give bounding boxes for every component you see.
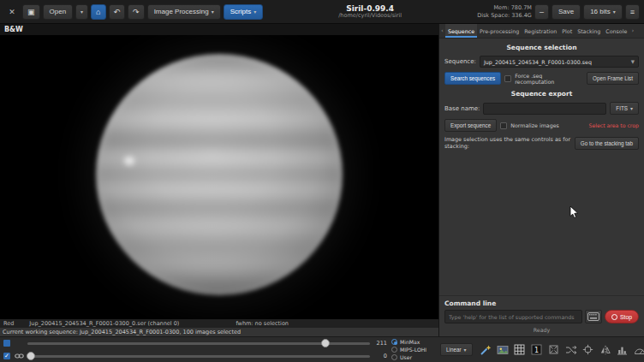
svg-text:1: 1 — [534, 347, 539, 354]
shuffle-icon[interactable] — [564, 343, 578, 357]
viewer-toolbar: 1 — [479, 343, 644, 357]
scripts-menu[interactable]: Scripts▾ — [224, 4, 263, 20]
tab-pre-processing[interactable]: Pre-processing — [477, 24, 522, 38]
resource-info: Mem: 780.7M Disk Space: 336.4G — [477, 4, 532, 20]
display-mode-radios: MinMax MIPS-LOHI User — [391, 339, 436, 361]
link-sliders-icon[interactable] — [14, 353, 24, 359]
right-panel: ‹ Sequence Pre-processing Registration P… — [438, 24, 644, 336]
bit-depth-dropdown[interactable]: 16 bits▾ — [583, 4, 623, 20]
hi-slider[interactable] — [27, 342, 370, 345]
hi-value: 211 — [373, 340, 387, 347]
tab-stacking[interactable]: Stacking — [575, 24, 603, 38]
open-recent-dropdown[interactable]: ▾ — [75, 4, 88, 20]
crosshair-icon[interactable] — [581, 343, 595, 357]
snapshot-icon[interactable]: – — [534, 4, 549, 20]
lo-checkbox[interactable] — [3, 353, 10, 359]
zoom-actual-icon[interactable]: 1 — [530, 343, 544, 357]
disk-space: Disk Space: 336.4G — [477, 12, 532, 20]
radio-user[interactable]: User — [391, 354, 436, 361]
search-sequences-button[interactable]: Search sequences — [444, 72, 501, 85]
lo-value: 0 — [373, 353, 387, 359]
tabs-scroll-left-icon[interactable]: ‹ — [439, 24, 445, 38]
crop-hint-label: Select area to crop — [588, 122, 639, 128]
keyboard-icon[interactable] — [585, 310, 602, 323]
sequence-combobox[interactable]: Jup_200415_204534_R_F0001-0300.seq ▼ — [480, 56, 639, 68]
radio-user-dot — [391, 354, 397, 360]
normalize-images-checkbox[interactable] — [500, 122, 507, 129]
image-filename: Jup_200415_204534_R_F0001-0300_0.ser (ch… — [29, 320, 179, 327]
mirror-icon[interactable] — [599, 343, 612, 357]
force-seq-recompute-checkbox[interactable] — [504, 75, 511, 82]
scale-dropdown[interactable]: Linear▾ — [440, 343, 473, 356]
radio-mips-lohi[interactable]: MIPS-LOHI — [391, 347, 436, 353]
siril-window: ✕ ▣ Open ▾ ⌂ ↶ ↷ Image Processing▾ Scrip… — [0, 0, 644, 362]
sequence-selection-title: Sequence selection — [444, 44, 639, 51]
sequence-panel: Sequence selection Sequence: Jup_200415_… — [439, 39, 644, 295]
tab-sequence[interactable]: Sequence — [445, 24, 477, 38]
command-status: Ready — [444, 326, 639, 335]
jupiter-image — [96, 54, 343, 295]
histogram-icon[interactable] — [616, 343, 629, 357]
photo-icon[interactable] — [496, 343, 510, 357]
radio-mips-lohi-dot — [391, 347, 397, 353]
lo-slider-thumb[interactable] — [27, 352, 35, 360]
stop-button[interactable]: Stop — [605, 310, 639, 323]
redo-icon[interactable]: ↷ — [128, 4, 145, 20]
image-status-bar: Red Jup_200415_204534_R_F0001-0300_0.ser… — [0, 319, 438, 328]
titlebar-left: ✕ ▣ Open ▾ ⌂ ↶ ↷ Image Processing▾ Scrip… — [4, 4, 263, 20]
tabs-scroll-right-icon[interactable]: › — [629, 24, 635, 38]
grid-icon[interactable] — [513, 343, 527, 357]
channel-mode-label: B&W — [4, 26, 23, 33]
sequence-export-title: Sequence export — [444, 90, 639, 98]
working-directory: /home/cyril/Videos/siril — [266, 13, 474, 19]
protractor-icon[interactable] — [633, 343, 644, 357]
sequence-status-bar: Current working sequence: Jup_200415_204… — [0, 328, 438, 336]
go-to-stacking-button[interactable]: Go to the stacking tab — [575, 137, 639, 150]
channel-label: Red — [3, 320, 14, 327]
window-icon[interactable]: ▣ — [22, 4, 40, 20]
hi-slider-thumb[interactable] — [321, 339, 330, 347]
normalize-images-label: Normalize images — [510, 122, 559, 128]
undo-icon[interactable]: ↶ — [109, 4, 126, 20]
image-canvas[interactable] — [0, 35, 438, 319]
hi-cursor-icon[interactable] — [3, 340, 10, 347]
command-input[interactable] — [444, 310, 582, 323]
memory-usage: Mem: 780.7M — [477, 4, 532, 12]
home-button[interactable]: ⌂ — [91, 4, 105, 20]
tab-console[interactable]: Console — [603, 24, 629, 38]
base-name-input[interactable] — [483, 103, 606, 115]
main-content: B&W Red Jup_200415_204534_R_F0001-0300_0… — [0, 24, 644, 336]
bright-spot — [124, 157, 134, 165]
viewer-column: B&W Red Jup_200415_204534_R_F0001-0300_0… — [0, 24, 438, 336]
base-name-label: Base name: — [444, 105, 480, 112]
radio-minmax[interactable]: MinMax — [391, 339, 436, 346]
open-frame-list-button[interactable]: Open Frame List — [587, 72, 639, 85]
image-processing-menu[interactable]: Image Processing▾ — [147, 4, 221, 20]
jupiter-bands — [96, 54, 343, 295]
viewer-header: B&W — [0, 24, 438, 35]
open-button[interactable]: Open — [43, 4, 74, 20]
fit-icon[interactable] — [547, 343, 561, 357]
titlebar: ✕ ▣ Open ▾ ⌂ ↶ ↷ Image Processing▾ Scrip… — [0, 0, 644, 24]
command-line-section: Command line Stop Ready — [439, 295, 644, 336]
hamburger-menu-button[interactable]: ≡ — [625, 4, 640, 20]
stacking-note: Image selection uses the same controls a… — [444, 136, 571, 150]
force-seq-recompute-label: Force .seq recomputation — [515, 73, 583, 85]
close-icon[interactable]: ✕ — [4, 4, 20, 20]
chevron-down-icon: ▼ — [631, 59, 635, 64]
lo-slider[interactable] — [27, 355, 370, 358]
export-sequence-button[interactable]: Export sequence — [444, 119, 497, 132]
radio-minmax-dot — [391, 339, 397, 345]
fwhm-label: fwhm: no selection — [236, 320, 289, 327]
cut-sliders: 211 0 — [3, 339, 387, 360]
tab-registration[interactable]: Registration — [522, 24, 559, 38]
panel-tabbar: ‹ Sequence Pre-processing Registration P… — [439, 24, 644, 39]
save-button[interactable]: Save — [552, 4, 581, 20]
wand-icon[interactable] — [479, 343, 492, 357]
sequence-label: Sequence: — [444, 58, 476, 65]
export-format-dropdown[interactable]: FITS▾ — [610, 102, 639, 115]
tab-plot[interactable]: Plot — [559, 24, 575, 38]
stop-icon — [611, 314, 617, 320]
window-title: Siril-0.99.4 /home/cyril/Videos/siril — [266, 4, 474, 20]
command-line-title: Command line — [444, 300, 639, 307]
